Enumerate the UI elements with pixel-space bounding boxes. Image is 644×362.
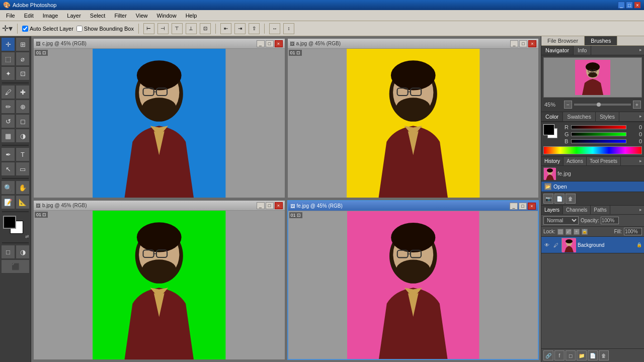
zoom-in-btn[interactable]: + bbox=[633, 101, 641, 109]
align-btn-1[interactable]: ⇤ bbox=[220, 23, 231, 34]
doc-minimize-c[interactable]: _ bbox=[257, 40, 265, 47]
menu-file[interactable]: File bbox=[2, 12, 19, 20]
swap-colors-btn[interactable]: ⇌ bbox=[25, 234, 29, 239]
quick-mask-btn[interactable]: ◑ bbox=[16, 245, 30, 259]
menu-help[interactable]: Help bbox=[182, 12, 201, 20]
doc-minimize-b[interactable]: _ bbox=[257, 202, 265, 209]
channels-tab[interactable]: Channels bbox=[563, 206, 591, 214]
menu-layer[interactable]: Layer bbox=[63, 12, 85, 20]
note-tool[interactable]: 📝 bbox=[1, 195, 15, 209]
navigator-tab[interactable]: Navigator bbox=[541, 46, 574, 55]
menu-view[interactable]: View bbox=[132, 12, 152, 20]
tool-presets-tab[interactable]: Tool Presets bbox=[587, 157, 621, 165]
doc-maximize-fe[interactable]: □ bbox=[519, 203, 527, 210]
history-open-item[interactable]: 📂 Open bbox=[541, 182, 644, 192]
gradient-tool[interactable]: ▦ bbox=[1, 129, 15, 143]
history-brush-tool[interactable]: ↺ bbox=[1, 114, 15, 128]
r-track[interactable] bbox=[571, 125, 626, 129]
pen-tool[interactable]: ✒ bbox=[1, 147, 15, 161]
history-panel-arrow[interactable]: ▸ bbox=[637, 157, 644, 165]
fg-color-swatch[interactable] bbox=[3, 216, 16, 229]
zoom-slider[interactable] bbox=[574, 104, 631, 106]
text-tool[interactable]: T bbox=[16, 147, 30, 161]
layer-background[interactable]: 👁 🖊 Background 🔒 bbox=[541, 237, 644, 253]
menu-edit[interactable]: Edit bbox=[20, 12, 38, 20]
fill-input[interactable] bbox=[624, 228, 642, 235]
shape-tool[interactable]: ▭ bbox=[16, 162, 30, 176]
minimize-btn[interactable]: _ bbox=[618, 2, 625, 9]
layers-panel-arrow[interactable]: ▸ bbox=[637, 206, 644, 214]
clone-tool[interactable]: ⊕ bbox=[16, 100, 30, 114]
transform-btn-1[interactable]: ⊢ bbox=[143, 23, 154, 34]
opacity-input[interactable] bbox=[601, 217, 619, 224]
doc-minimize-fe[interactable]: _ bbox=[510, 203, 518, 210]
move-tool[interactable]: ✛ bbox=[1, 37, 15, 51]
dodge-tool[interactable]: ◑ bbox=[16, 129, 30, 143]
brushes-tab[interactable]: Brushes bbox=[585, 36, 617, 45]
menu-select[interactable]: Select bbox=[86, 12, 110, 20]
doc-maximize-b[interactable]: □ bbox=[266, 202, 274, 209]
magic-wand-tool[interactable]: ✦ bbox=[1, 66, 15, 80]
add-mask-btn[interactable]: ◻ bbox=[566, 350, 576, 360]
heal-tool[interactable]: ✚ bbox=[16, 85, 30, 99]
paths-tab[interactable]: Paths bbox=[591, 206, 610, 214]
delete-layer-btn[interactable]: 🗑 bbox=[599, 350, 609, 360]
fg-color-box[interactable] bbox=[543, 124, 554, 135]
file-browser-tab[interactable]: File Browser bbox=[541, 36, 585, 45]
create-snapshot-btn[interactable]: 📷 bbox=[543, 194, 553, 204]
doc-maximize-a[interactable]: □ bbox=[519, 40, 527, 47]
swatches-tab[interactable]: Swatches bbox=[563, 112, 596, 121]
eraser-tool[interactable]: ◻ bbox=[16, 114, 30, 128]
color-panel-arrow[interactable]: ▸ bbox=[637, 112, 644, 121]
transform-btn-5[interactable]: ⊡ bbox=[200, 23, 211, 34]
b-track[interactable] bbox=[571, 139, 626, 143]
zoom-tool[interactable]: 🔍 bbox=[1, 180, 15, 195]
menu-image[interactable]: Image bbox=[39, 12, 62, 20]
add-layer-style-btn[interactable]: f bbox=[554, 350, 565, 360]
lasso-tool[interactable]: ⌀ bbox=[16, 52, 30, 66]
doc-canvas-b[interactable] bbox=[34, 211, 285, 359]
layers-tab[interactable]: Layers bbox=[541, 206, 563, 214]
doc-maximize-c[interactable]: □ bbox=[266, 40, 274, 47]
measure-tool[interactable]: 📐 bbox=[16, 195, 30, 209]
screen-mode-btn[interactable]: ⬛ bbox=[1, 259, 30, 274]
transform-btn-2[interactable]: ⊣ bbox=[157, 23, 169, 34]
menu-window[interactable]: Window bbox=[153, 12, 181, 20]
eyedropper-tool[interactable]: 🖊 bbox=[1, 85, 15, 99]
create-new-doc-btn[interactable]: 📄 bbox=[554, 194, 565, 204]
brush-tool[interactable]: ✏ bbox=[1, 100, 15, 114]
color-spectrum-bar[interactable] bbox=[543, 146, 642, 154]
delete-history-btn[interactable]: 🗑 bbox=[566, 194, 576, 204]
actions-tab[interactable]: Actions bbox=[564, 157, 587, 165]
history-tab[interactable]: History bbox=[541, 157, 564, 165]
transform-btn-3[interactable]: ⊤ bbox=[172, 23, 183, 34]
new-group-btn[interactable]: 📁 bbox=[577, 350, 587, 360]
new-layer-btn[interactable]: 📄 bbox=[588, 350, 598, 360]
lock-position-btn[interactable]: + bbox=[574, 229, 580, 235]
doc-minimize-a[interactable]: _ bbox=[510, 40, 518, 47]
layer-link-btn[interactable]: 🔗 bbox=[543, 350, 553, 360]
info-tab[interactable]: Info bbox=[574, 46, 591, 55]
lock-transparent-btn[interactable]: ⬚ bbox=[557, 229, 564, 235]
g-track[interactable] bbox=[571, 132, 626, 136]
crop-tool[interactable]: ⊡ bbox=[16, 66, 30, 80]
layer-visibility-icon[interactable]: 👁 bbox=[543, 241, 550, 248]
rect-select-tool[interactable]: ⬚ bbox=[1, 52, 15, 66]
hand-tool[interactable]: ✋ bbox=[16, 180, 30, 195]
color-tab[interactable]: Color bbox=[541, 112, 563, 121]
distribute-btn-2[interactable]: ↕ bbox=[283, 23, 294, 34]
show-bounding-checkbox[interactable] bbox=[76, 26, 83, 32]
align-btn-3[interactable]: ⇧ bbox=[249, 23, 260, 34]
auto-select-checkbox[interactable] bbox=[22, 26, 28, 32]
move-tool-icon[interactable]: ✛▾ bbox=[2, 24, 13, 33]
doc-canvas-c[interactable] bbox=[34, 49, 285, 198]
maximize-btn[interactable]: □ bbox=[626, 2, 633, 9]
lock-all-btn[interactable]: 🔒 bbox=[582, 229, 588, 235]
menu-filter[interactable]: Filter bbox=[110, 12, 130, 20]
doc-close-fe[interactable]: × bbox=[528, 203, 536, 210]
artboard-tool[interactable]: ⊞ bbox=[16, 37, 30, 51]
close-btn[interactable]: × bbox=[634, 2, 641, 9]
doc-close-b[interactable]: × bbox=[275, 202, 283, 209]
styles-tab[interactable]: Styles bbox=[596, 112, 619, 121]
blend-mode-select[interactable]: Normal bbox=[543, 216, 579, 225]
